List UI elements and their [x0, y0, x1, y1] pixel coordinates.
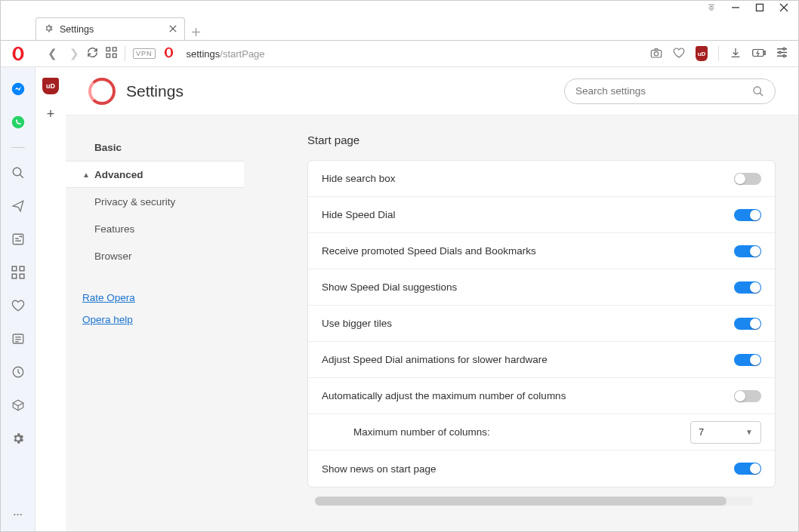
extensions-icon[interactable] [10, 397, 26, 414]
search-settings[interactable] [564, 78, 776, 104]
caret-up-icon: ▲ [82, 171, 93, 179]
personal-news-icon[interactable] [10, 231, 26, 248]
setting-row: Hide search box [308, 161, 775, 197]
setting-row: Hide Speed Dial [308, 197, 775, 233]
setting-label: Adjust Speed Dial animations for slower … [322, 354, 734, 365]
nav-basic[interactable]: Basic [66, 134, 244, 161]
svg-rect-10 [106, 48, 110, 51]
setting-row: Receive promoted Speed Dials and Bookmar… [308, 233, 775, 269]
download-icon[interactable] [730, 47, 742, 61]
toggle[interactable] [734, 354, 761, 366]
menu-stack-icon[interactable] [706, 2, 717, 13]
setting-row: Use bigger tiles [308, 306, 775, 342]
svg-rect-32 [20, 266, 24, 271]
nav-features[interactable]: Features [66, 215, 244, 242]
url-path: /startPage [220, 48, 264, 60]
setting-label: Maximum number of columns: [353, 426, 690, 438]
history-icon[interactable] [10, 364, 26, 380]
new-tab-button[interactable] [191, 26, 201, 40]
toggle[interactable] [734, 318, 761, 330]
toggle[interactable] [734, 245, 761, 257]
opera-menu-button[interactable] [7, 46, 29, 61]
battery-saver-icon[interactable] [752, 48, 766, 60]
settings-rail-icon[interactable] [10, 430, 26, 447]
url-base: settings [187, 48, 221, 60]
svg-line-29 [20, 174, 23, 178]
speed-dial-icon[interactable] [106, 47, 117, 60]
toolbar: ❮ ❯ VPN settings/startPage uD [1, 40, 798, 67]
tab-settings[interactable]: Settings [35, 17, 185, 40]
messenger-icon[interactable] [10, 81, 26, 97]
horizontal-scrollbar[interactable] [315, 497, 753, 506]
vpn-badge[interactable]: VPN [133, 48, 156, 59]
news-icon[interactable] [10, 331, 26, 347]
svg-rect-31 [12, 266, 17, 271]
rail-divider [11, 147, 25, 148]
page-title: Settings [126, 82, 184, 100]
bookmarks-icon[interactable] [10, 297, 26, 314]
svg-point-25 [783, 55, 785, 57]
svg-rect-30 [13, 234, 23, 244]
svg-point-9 [15, 48, 21, 58]
tab-title: Settings [60, 24, 163, 35]
address-bar[interactable]: settings/startPage [182, 48, 643, 60]
snapshot-icon[interactable] [650, 47, 662, 61]
window-controls [1, 1, 798, 14]
search-settings-input[interactable] [575, 85, 752, 97]
forward-button[interactable]: ❯ [69, 47, 79, 60]
setting-label: Hide Speed Dial [322, 209, 734, 220]
svg-point-24 [779, 51, 781, 54]
nav-advanced[interactable]: ▲Advanced [66, 161, 244, 188]
back-button[interactable]: ❮ [48, 47, 57, 60]
svg-point-27 [11, 116, 24, 129]
whatsapp-icon[interactable] [10, 114, 26, 131]
svg-rect-13 [113, 54, 116, 57]
search-icon [752, 85, 764, 97]
search-icon[interactable] [10, 165, 26, 181]
setting-row: Automatically adjust the maximum number … [308, 378, 775, 414]
setting-row: Show Speed Dial suggestions [308, 269, 775, 306]
setting-label: Use bigger tiles [322, 318, 734, 329]
setting-label: Receive promoted Speed Dials and Bookmar… [322, 245, 734, 257]
send-icon[interactable] [10, 198, 26, 214]
site-opera-icon [163, 47, 174, 60]
setting-label: Automatically adjust the maximum number … [322, 390, 734, 401]
ublock-toolbar-icon[interactable]: uD [696, 46, 708, 61]
toggle[interactable] [734, 209, 761, 221]
close-button[interactable] [779, 2, 789, 13]
easy-setup-icon[interactable] [776, 47, 788, 60]
ublock-sidebar-icon[interactable]: uD [42, 78, 59, 94]
maximize-button[interactable] [754, 2, 765, 13]
toggle[interactable] [734, 390, 761, 402]
setting-row: Show news on start page [308, 451, 775, 487]
settings-nav: Basic ▲Advanced Privacy & security Featu… [66, 115, 244, 531]
section-title: Start page [307, 134, 776, 146]
minimize-button[interactable] [730, 2, 741, 13]
setting-label: Show Speed Dial suggestions [322, 281, 734, 293]
reload-button[interactable] [87, 47, 98, 60]
divider [718, 46, 719, 61]
nav-privacy-security[interactable]: Privacy & security [66, 188, 244, 215]
link-opera-help[interactable]: Opera help [82, 314, 244, 325]
sidebar-rail: … [1, 67, 35, 531]
scrollbar-thumb[interactable] [315, 497, 727, 506]
toggle[interactable] [734, 173, 761, 185]
settings-section: Start page Hide search boxHide Speed Dia… [244, 115, 798, 531]
link-rate-opera[interactable]: Rate Opera [82, 292, 244, 303]
add-extension-button[interactable]: + [47, 106, 55, 122]
speed-dial-rail-icon[interactable] [10, 264, 26, 281]
svg-point-17 [654, 51, 658, 55]
heart-icon[interactable] [673, 47, 685, 61]
svg-rect-19 [764, 51, 766, 54]
svg-point-28 [13, 168, 21, 176]
extension-rail: uD + [35, 67, 66, 531]
toggle[interactable] [734, 281, 761, 294]
setting-label: Show news on start page [322, 463, 734, 475]
more-icon[interactable]: … [13, 506, 23, 518]
columns-select[interactable]: 7▼ [690, 421, 761, 444]
settings-page: Settings Basic ▲Advanced Privacy & secur… [66, 67, 798, 531]
toggle[interactable] [734, 463, 761, 475]
svg-point-40 [754, 87, 760, 94]
nav-browser[interactable]: Browser [66, 242, 244, 269]
tab-close-icon[interactable] [169, 23, 177, 35]
